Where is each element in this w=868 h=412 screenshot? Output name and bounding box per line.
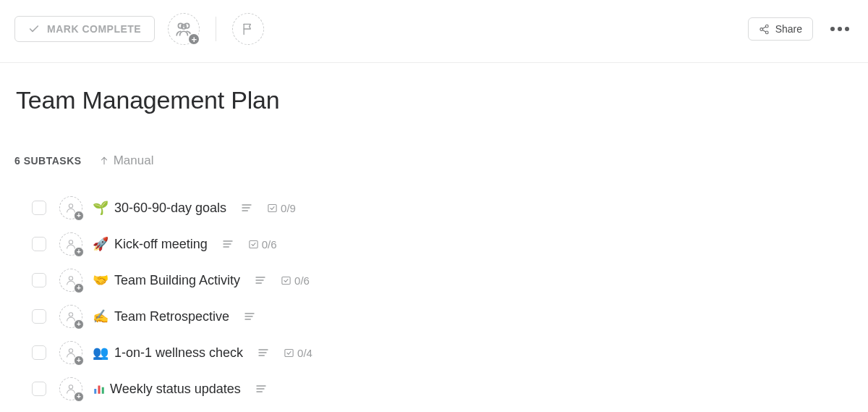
subtask-emoji: 👥 — [93, 345, 110, 361]
subtasks-header: 6 SUBTASKS Manual — [14, 154, 852, 168]
description-icon — [255, 383, 267, 395]
svg-rect-23 — [282, 277, 290, 284]
subtask-count-label: 6 SUBTASKS — [14, 155, 82, 167]
sort-mode-button[interactable]: Manual — [99, 154, 154, 168]
plus-icon: + — [74, 392, 84, 402]
subtask-progress: 0/4 — [284, 347, 312, 359]
plus-icon: + — [74, 247, 84, 257]
divider — [216, 17, 216, 41]
plus-icon: + — [74, 211, 84, 221]
description-icon — [241, 202, 252, 214]
assign-user-button[interactable]: + — [59, 305, 82, 328]
plus-icon: + — [74, 283, 84, 293]
subtask-checkbox[interactable] — [32, 237, 46, 251]
description-icon — [244, 311, 255, 322]
more-menu-button[interactable] — [826, 21, 854, 37]
subtask-checkbox[interactable] — [32, 382, 46, 396]
subtask-checkbox[interactable] — [32, 201, 46, 215]
assign-user-button[interactable]: + — [59, 269, 82, 292]
check-icon — [28, 23, 40, 35]
content: Team Management Plan 6 SUBTASKS Manual +… — [0, 63, 868, 407]
assign-user-button[interactable]: + — [59, 341, 82, 364]
subtask-title-text: 1-on-1 wellness check — [114, 345, 243, 361]
assign-user-button[interactable]: + — [59, 232, 82, 256]
subtask-title[interactable]: ✍️Team Retrospective — [93, 308, 229, 324]
mark-complete-button[interactable]: MARK COMPLETE — [14, 16, 155, 42]
subtask-row: +Weekly status updates — [32, 371, 852, 407]
flag-icon — [241, 22, 255, 36]
svg-point-9 — [69, 204, 72, 208]
plus-icon: + — [187, 33, 200, 46]
subtask-title[interactable]: 🤝Team Building Activity — [93, 272, 240, 288]
svg-point-33 — [69, 385, 72, 389]
description-icon — [255, 274, 266, 286]
subtask-progress: 0/6 — [281, 274, 310, 287]
subtask-title-text: Team Building Activity — [114, 273, 240, 288]
subtask-title[interactable]: 🌱30-60-90-day goals — [93, 200, 226, 216]
svg-rect-34 — [94, 389, 96, 394]
add-collaborators-button[interactable]: + — [168, 13, 200, 45]
svg-point-14 — [69, 240, 72, 244]
subtask-row: +🚀Kick-off meeting0/6 — [32, 226, 852, 262]
svg-line-6 — [762, 27, 765, 29]
svg-point-28 — [69, 349, 72, 353]
subtask-row: +🤝Team Building Activity0/6 — [32, 262, 852, 298]
subtask-list: +🌱30-60-90-day goals0/9+🚀Kick-off meetin… — [16, 190, 852, 407]
subtask-row: +✍️Team Retrospective — [32, 298, 852, 335]
subtask-row: +🌱30-60-90-day goals0/9 — [32, 190, 852, 226]
share-label: Share — [775, 23, 802, 35]
subtask-checkbox[interactable] — [32, 309, 46, 324]
subtask-row: +👥1-on-1 wellness check0/4 — [32, 335, 852, 371]
assign-user-button[interactable]: + — [59, 377, 82, 400]
svg-point-2 — [182, 25, 187, 30]
subtask-emoji: ✍️ — [93, 308, 110, 324]
svg-rect-35 — [98, 386, 101, 394]
svg-point-19 — [69, 277, 72, 280]
description-icon — [258, 347, 269, 358]
svg-rect-18 — [250, 240, 258, 248]
subtask-title[interactable]: 🚀Kick-off meeting — [93, 236, 208, 252]
subtask-title[interactable]: Weekly status updates — [93, 382, 241, 397]
plus-icon: + — [74, 319, 84, 329]
subtask-emoji — [93, 382, 106, 395]
subtask-checkbox[interactable] — [32, 273, 46, 287]
subtask-checkbox[interactable] — [32, 345, 46, 360]
subtask-title[interactable]: 👥1-on-1 wellness check — [93, 345, 243, 361]
subtask-emoji: 🚀 — [93, 236, 110, 252]
share-icon — [759, 24, 770, 35]
subtask-emoji: 🤝 — [93, 272, 110, 288]
arrow-up-icon — [99, 156, 109, 166]
toolbar: MARK COMPLETE + Share — [0, 0, 868, 63]
page-title: Team Management Plan — [16, 86, 852, 114]
share-button[interactable]: Share — [748, 17, 813, 41]
description-icon — [222, 238, 234, 250]
svg-point-24 — [69, 313, 72, 316]
subtask-progress: 0/9 — [267, 202, 296, 214]
svg-rect-36 — [102, 387, 104, 394]
svg-rect-13 — [268, 204, 276, 211]
svg-rect-32 — [285, 349, 293, 356]
subtask-progress: 0/6 — [248, 238, 277, 251]
subtask-title-text: Team Retrospective — [114, 309, 229, 324]
svg-line-7 — [762, 30, 765, 32]
subtask-title-text: 30-60-90-day goals — [114, 201, 226, 216]
assign-user-button[interactable]: + — [59, 196, 82, 219]
add-flag-button[interactable] — [232, 13, 264, 45]
subtask-title-text: Kick-off meeting — [114, 237, 208, 252]
plus-icon: + — [74, 356, 84, 366]
subtask-title-text: Weekly status updates — [110, 382, 241, 397]
subtask-emoji: 🌱 — [93, 200, 110, 216]
mark-complete-label: MARK COMPLETE — [47, 23, 141, 35]
sort-mode-label: Manual — [114, 154, 154, 168]
